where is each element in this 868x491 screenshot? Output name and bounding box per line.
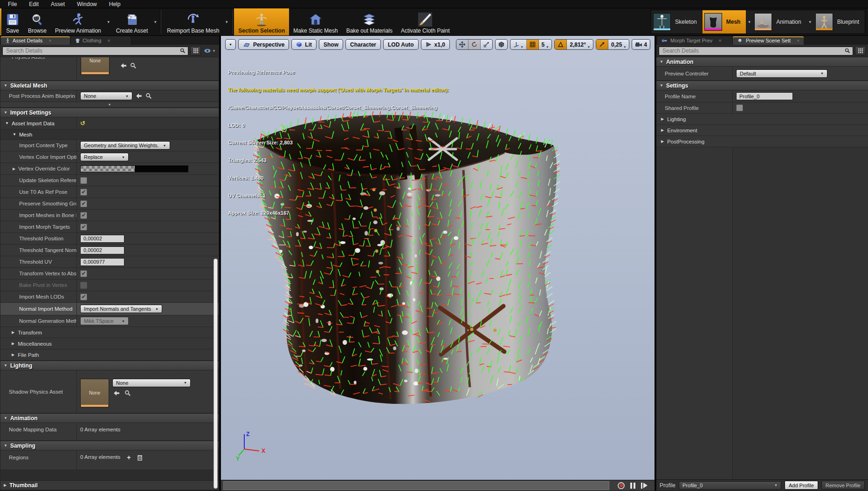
menu-file[interactable]: File bbox=[2, 0, 23, 8]
grid-snap-toggle[interactable] bbox=[527, 40, 539, 49]
checkbox-checked[interactable]: ✔ bbox=[80, 212, 87, 219]
character-button[interactable]: Character bbox=[345, 39, 381, 50]
lit-button[interactable]: Lit bbox=[291, 39, 317, 50]
post-process-combo[interactable]: None▼ bbox=[80, 92, 132, 100]
timeline-scrubber[interactable] bbox=[223, 481, 609, 490]
checkbox-checked[interactable]: ✔ bbox=[80, 270, 87, 277]
normal-import-method-combo[interactable]: Import Normals and Tangents▼ bbox=[80, 305, 162, 313]
group-environment[interactable]: ▶Environment bbox=[656, 125, 868, 136]
category-lighting[interactable]: ▼Lighting bbox=[0, 361, 219, 370]
group-file-path[interactable]: ▶File Path bbox=[0, 349, 219, 361]
expand-arrow-icon[interactable]: ▶ bbox=[13, 167, 15, 171]
checkbox-unchecked[interactable] bbox=[736, 104, 743, 111]
perspective-button[interactable]: Perspective bbox=[238, 39, 289, 50]
preview-controller-combo[interactable]: Default▼ bbox=[736, 69, 827, 78]
vertex-color-import-combo[interactable]: Replace▼ bbox=[80, 153, 129, 161]
camera-speed-button[interactable]: 4 bbox=[632, 40, 650, 49]
menu-asset[interactable]: Asset bbox=[45, 0, 71, 8]
checkbox-unchecked[interactable] bbox=[80, 177, 87, 184]
close-icon[interactable]: × bbox=[107, 38, 110, 43]
import-content-type-combo[interactable]: Geometry and Skinning Weights.▼ bbox=[80, 141, 170, 150]
viewport-options-button[interactable]: ▼ bbox=[225, 39, 236, 50]
profile-combo[interactable]: Profile_0▼ bbox=[679, 481, 781, 490]
section-selection-button[interactable]: Section Selection bbox=[234, 8, 289, 35]
checkbox-checked[interactable]: ✔ bbox=[80, 189, 87, 196]
tab-morph-target-preview[interactable]: Morph Target Prev × bbox=[657, 36, 732, 45]
category-sampling[interactable]: ▼Sampling bbox=[0, 441, 219, 450]
animation-mode-dropdown[interactable]: ▼ bbox=[807, 20, 813, 24]
step-forward-button[interactable] bbox=[641, 483, 648, 489]
make-static-mesh-button[interactable]: Make Static Mesh bbox=[289, 8, 342, 35]
search-input[interactable] bbox=[659, 47, 853, 55]
threshold-uv-input[interactable] bbox=[80, 258, 124, 266]
mode-mesh[interactable]: Mesh bbox=[703, 10, 746, 34]
create-asset-button[interactable]: Create Asset bbox=[112, 8, 152, 35]
browse-to-asset-icon[interactable] bbox=[124, 390, 131, 396]
threshold-position-input[interactable] bbox=[80, 235, 124, 243]
mode-blueprint[interactable]: Blueprint bbox=[813, 10, 865, 34]
rotate-tool-button[interactable] bbox=[468, 40, 481, 49]
shadow-physics-combo[interactable]: None▼ bbox=[112, 379, 191, 387]
color-swatch[interactable] bbox=[80, 165, 188, 172]
create-asset-dropdown[interactable]: ▼ bbox=[152, 8, 158, 35]
category-animation[interactable]: ▼Animation bbox=[656, 57, 868, 67]
view-options-button[interactable]: ▼ bbox=[203, 48, 217, 53]
left-scrollbar[interactable] bbox=[214, 259, 218, 489]
scale-snap-toggle[interactable] bbox=[596, 40, 608, 49]
reimport-base-mesh-button[interactable]: Reimport Base Mesh bbox=[163, 8, 223, 35]
use-selected-icon[interactable] bbox=[120, 62, 127, 69]
category-settings[interactable]: ▼Settings bbox=[656, 81, 868, 90]
reset-to-default-icon[interactable]: ↺ bbox=[80, 120, 85, 126]
close-icon[interactable]: × bbox=[718, 38, 721, 43]
menu-edit[interactable]: Edit bbox=[23, 0, 45, 8]
close-icon[interactable]: × bbox=[48, 38, 51, 43]
group-transform[interactable]: ▶Transform bbox=[0, 327, 219, 338]
tab-preview-scene-settings[interactable]: Preview Scene Sett × bbox=[733, 36, 804, 45]
search-input[interactable] bbox=[3, 47, 188, 55]
record-button[interactable] bbox=[618, 482, 625, 489]
browse-button[interactable]: Browse bbox=[24, 8, 51, 35]
lod-auto-button[interactable]: LOD Auto bbox=[383, 39, 419, 50]
grid-snap-value[interactable]: 5▼ bbox=[539, 40, 552, 49]
tab-asset-details[interactable]: Asset Details × bbox=[1, 36, 70, 45]
category-animation[interactable]: ▼Animation bbox=[0, 413, 219, 423]
category-skeletal-mesh[interactable]: ▼Skeletal Mesh bbox=[0, 81, 219, 90]
use-selected-icon[interactable] bbox=[136, 93, 142, 99]
asset-import-data-row[interactable]: ▼Asset Import Data ↺ bbox=[0, 117, 219, 130]
mesh-mode-dropdown[interactable]: ▼ bbox=[746, 20, 752, 24]
details-view-button[interactable] bbox=[190, 46, 201, 55]
remove-profile-button[interactable]: Remove Profile bbox=[821, 481, 865, 490]
translate-tool-button[interactable] bbox=[456, 40, 468, 49]
save-button[interactable]: Save bbox=[1, 8, 24, 35]
rotation-snap-value[interactable]: 2,812°▼ bbox=[567, 40, 593, 49]
mode-animation[interactable]: Animation bbox=[752, 10, 806, 34]
group-miscellaneous[interactable]: ▶Miscellaneous bbox=[0, 338, 219, 349]
menu-window[interactable]: Window bbox=[71, 0, 103, 8]
checkbox-checked[interactable]: ✔ bbox=[80, 224, 87, 231]
physics-asset-thumbnail[interactable]: None bbox=[81, 57, 110, 75]
details-view-button[interactable] bbox=[855, 46, 866, 55]
category-import-settings[interactable]: ▼Import Settings bbox=[0, 108, 219, 117]
browse-to-asset-icon[interactable] bbox=[145, 93, 152, 99]
show-button[interactable]: Show bbox=[319, 39, 343, 50]
tab-clothing[interactable]: Clothing × bbox=[71, 36, 131, 45]
profile-name-input[interactable] bbox=[736, 92, 793, 100]
checkbox-checked[interactable]: ✔ bbox=[80, 200, 87, 207]
browse-to-asset-icon[interactable] bbox=[130, 62, 137, 69]
close-icon[interactable]: × bbox=[797, 38, 799, 43]
preview-viewport[interactable]: ▼ Perspective Lit Show Character LOD Aut… bbox=[221, 36, 654, 491]
preview-animation-button[interactable]: Preview Animation bbox=[51, 8, 105, 35]
group-postprocessing[interactable]: ▶PostProcessing bbox=[656, 136, 868, 147]
reimport-dropdown[interactable]: ▼ bbox=[223, 8, 230, 35]
scale-tool-button[interactable] bbox=[481, 40, 492, 49]
group-lighting[interactable]: ▶Lighting bbox=[656, 114, 868, 125]
add-element-icon[interactable]: + bbox=[127, 454, 131, 461]
playback-speed-button[interactable]: x1,0 bbox=[421, 39, 450, 50]
preview-animation-dropdown[interactable]: ▼ bbox=[105, 8, 112, 35]
category-thumbnail[interactable]: ▶Thumbnail bbox=[0, 480, 219, 490]
threshold-tangent-input[interactable] bbox=[80, 246, 124, 254]
mode-skeleton[interactable]: Skeleton bbox=[651, 10, 703, 34]
checkbox-checked[interactable]: ✔ bbox=[80, 293, 87, 300]
use-selected-icon[interactable] bbox=[113, 390, 120, 396]
menu-help[interactable]: Help bbox=[103, 0, 127, 8]
